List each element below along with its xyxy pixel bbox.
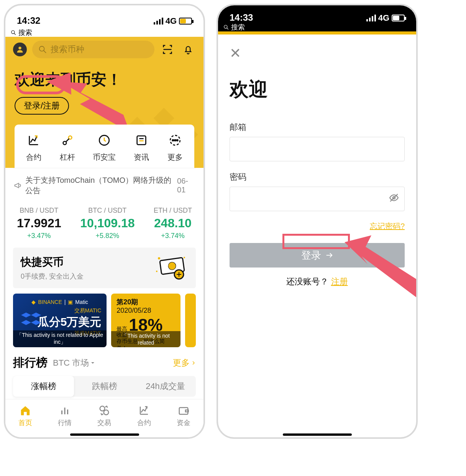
tile-futures[interactable]: 合约 — [26, 132, 42, 162]
nav-home[interactable]: 首页 — [18, 404, 32, 427]
ticker-change: +5.82% — [80, 232, 135, 240]
svg-point-8 — [39, 46, 44, 51]
ranking-title: 排行榜 — [13, 355, 48, 371]
more-icon — [167, 132, 183, 148]
phone-home: 14:32 4G 搜索 — [4, 4, 205, 439]
megaphone-icon — [14, 181, 21, 190]
ranking-more[interactable]: 更多 — [173, 357, 196, 369]
arrow-right-icon — [325, 251, 333, 259]
eye-off-icon[interactable] — [389, 193, 399, 205]
tile-margin[interactable]: 杠杆 — [59, 132, 75, 162]
futures-icon — [26, 132, 42, 148]
status-bar: 14:33 4G — [218, 5, 416, 23]
ranking-market-selector[interactable]: BTC 市场 — [53, 357, 95, 369]
password-field[interactable] — [230, 187, 405, 211]
banner-matic[interactable]: ◆BINANCE | ▣Matic 交易MATIC 瓜分5万美元 等值MATIC… — [13, 294, 107, 347]
ticker-bnb[interactable]: BNB / USDT 17.9921 +3.47% — [17, 207, 61, 240]
svg-line-9 — [44, 51, 46, 53]
nav-trade[interactable]: 交易 — [97, 404, 111, 427]
tile-label: 合约 — [26, 152, 41, 162]
battery-icon — [179, 18, 192, 25]
scan-icon[interactable] — [160, 42, 175, 57]
ticker-pair: BTC / USDT — [80, 207, 135, 215]
battery-icon — [392, 15, 405, 21]
login-form: ✕ 欢迎 邮箱 密码 忘记密码? 登录 还没账号？ 注册 — [218, 34, 416, 298]
bell-icon[interactable] — [180, 42, 196, 57]
search-placeholder: 搜索币种 — [51, 44, 84, 55]
login-submit-button[interactable]: 登录 — [230, 243, 405, 268]
avatar-icon[interactable] — [13, 43, 27, 56]
svg-point-26 — [184, 257, 185, 258]
tile-savings[interactable]: 币安宝 — [93, 132, 116, 162]
svg-point-31 — [100, 406, 105, 411]
tab-losers[interactable]: 跌幅榜 — [74, 376, 135, 397]
banner-carousel[interactable]: ◆BINANCE | ▣Matic 交易MATIC 瓜分5万美元 等值MATIC… — [13, 294, 196, 347]
tile-more[interactable]: 更多 — [167, 132, 183, 162]
svg-point-20 — [174, 140, 176, 141]
search-input[interactable]: 搜索币种 — [32, 41, 154, 58]
wallet-icon — [177, 404, 190, 417]
login-title: 欢迎 — [230, 77, 405, 102]
banner-brand-right: Matic — [75, 299, 88, 305]
tab-label: 24h成交量 — [146, 381, 185, 392]
network-label: 4G — [378, 13, 389, 23]
ticker-price: 17.9921 — [17, 216, 61, 230]
password-label: 密码 — [230, 171, 405, 183]
trade-icon — [98, 404, 110, 417]
svg-point-37 — [224, 25, 227, 28]
svg-point-32 — [104, 410, 109, 415]
phone-login: 14:33 4G 搜索 ✕ 欢迎 邮箱 密码 忘记密码? 登录 — [217, 4, 418, 439]
banner-disclaimer: 「This activity is not related — [111, 331, 180, 347]
accent-strip — [218, 31, 416, 34]
ticker-btc[interactable]: BTC / USDT 10,109.18 +5.82% — [80, 207, 135, 240]
nav-label: 交易 — [97, 418, 111, 427]
nav-futures[interactable]: 合约 — [137, 404, 151, 427]
login-submit-label: 登录 — [301, 249, 321, 262]
nav-wallet[interactable]: 资金 — [177, 404, 190, 427]
status-time: 14:33 — [230, 12, 253, 23]
svg-line-1 — [14, 33, 16, 35]
futures-icon — [138, 404, 150, 417]
ranking-market-label: BTC 市场 — [53, 357, 89, 369]
ticker-eth[interactable]: ETH / USDT 248.10 +3.74% — [154, 207, 192, 240]
os-search-label: 搜索 — [231, 23, 245, 32]
no-account-text: 还没账号？ — [286, 277, 328, 286]
quickbuy-sub: 0手续费, 安全出入金 — [21, 272, 84, 281]
svg-point-21 — [177, 140, 178, 141]
search-icon — [38, 45, 47, 54]
banner-staking[interactable]: 第20期 2020/05/28 最高 收益 18% 存币生息，就这么简单！ 「T… — [111, 294, 180, 347]
ranking-more-label: 更多 — [173, 357, 190, 369]
register-link[interactable]: 注册 — [331, 277, 348, 286]
svg-point-25 — [158, 257, 160, 259]
hero-section: 搜索币种 欢迎来到币安！ 登录/注册 合约 — [5, 37, 203, 168]
tile-label: 杠杆 — [60, 152, 75, 162]
forgot-password-link[interactable]: 忘记密码? — [230, 221, 405, 231]
ticker-price: 248.10 — [154, 216, 192, 230]
nav-label: 行情 — [58, 418, 72, 427]
announcement-row[interactable]: 关于支持TomoChain（TOMO）网络升级的公告 06-01 — [13, 168, 196, 203]
quickbuy-card[interactable]: 快捷买币 0手续费, 安全出入金 — [13, 248, 196, 288]
status-right: 4G — [366, 13, 405, 23]
scroll-body: 关于支持TomoChain（TOMO）网络升级的公告 06-01 BNB / U… — [5, 168, 203, 427]
chart-icon — [59, 404, 71, 417]
email-field[interactable] — [230, 137, 405, 161]
nav-tiles: 合约 杠杆 币安宝 资讯 更多 — [15, 125, 194, 168]
signal-icon — [154, 18, 163, 25]
register-label: 注册 — [331, 277, 348, 286]
tile-news[interactable]: 资讯 — [133, 132, 149, 162]
svg-point-19 — [172, 140, 174, 141]
banner-peek[interactable] — [185, 294, 196, 347]
market-tickers: BNB / USDT 17.9921 +3.47% BTC / USDT 10,… — [13, 203, 196, 248]
os-search-chip: 搜索 — [5, 28, 203, 37]
svg-rect-33 — [179, 407, 188, 414]
close-icon[interactable]: ✕ — [230, 45, 405, 61]
announcement-date: 06-01 — [177, 177, 195, 194]
banner-disclaimer: 「This activity is not related to Apple i… — [13, 330, 107, 347]
nav-market[interactable]: 行情 — [58, 404, 72, 427]
nav-label: 资金 — [177, 418, 190, 427]
tab-volume[interactable]: 24h成交量 — [135, 376, 196, 397]
ranking-tabs: 涨幅榜 跌幅榜 24h成交量 — [13, 376, 196, 397]
login-register-button[interactable]: 登录/注册 — [15, 97, 69, 115]
forgot-label: 忘记密码? — [370, 222, 405, 230]
tab-gainers[interactable]: 涨幅榜 — [13, 376, 74, 397]
